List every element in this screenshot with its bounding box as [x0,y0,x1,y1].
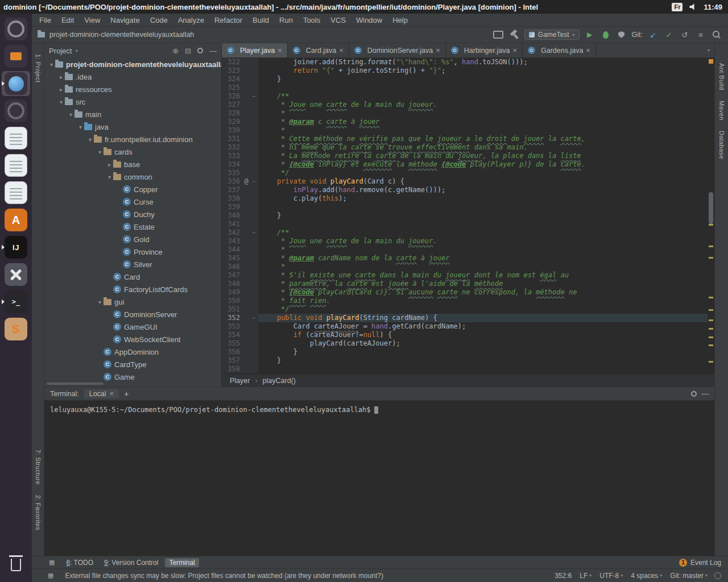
caret-position[interactable]: 352:6 [555,572,572,580]
code-line[interactable]: 327 * Joue une carte de la main du joueu… [222,101,708,109]
tree-item-gamegui[interactable]: CGameGUI [44,321,221,333]
status-message[interactable]: External file changes sync may be slow: … [65,572,383,580]
horizontal-scrollbar[interactable] [47,383,104,385]
tool-button-7-structure[interactable]: 7: Structure [35,444,42,490]
project-panel-title[interactable]: Project [49,47,72,55]
media-player-icon[interactable] [2,98,30,123]
code-line[interactable]: 354 if (carteAJouer!=null) { [222,331,708,339]
code-line[interactable]: 337 inPlay.add(hand.remove(c.getName()))… [222,186,708,194]
menu-item-vcs[interactable]: VCS [325,14,351,26]
code-line[interactable]: 328 * [222,109,708,118]
hector-icon[interactable] [714,572,721,579]
tree-item-base[interactable]: ▸base [44,158,221,171]
menu-item-navigate[interactable]: Navigate [105,14,144,26]
menu-item-help[interactable]: Help [387,14,413,26]
collapse-arrow-icon[interactable]: ▾ [106,174,113,180]
git-commit-icon[interactable]: ✓ [663,29,675,40]
tool-button-2-favorites[interactable]: 2: Favorites [35,490,42,535]
code-line[interactable]: 334 * {@code inPlay} et exécute la métho… [222,160,708,169]
fold-icon[interactable]: − [250,177,257,186]
tool-button-database[interactable]: Database [718,126,725,164]
menu-item-file[interactable]: File [34,14,56,26]
tab-list-icon[interactable]: ▾ [708,48,710,53]
status-widget-git-master[interactable]: Git: master▾ [670,572,708,580]
clock[interactable]: 11:49 [704,3,722,11]
tree-item-java[interactable]: ▾java [44,120,221,133]
tree-item-cards[interactable]: ▾cards [44,146,221,158]
menu-item-build[interactable]: Build [247,14,274,26]
tree-item-province[interactable]: CProvince [44,246,221,258]
tree-item-dominionserver[interactable]: CDominionServer [44,308,221,321]
search-icon[interactable] [711,29,722,40]
tab-card-java[interactable]: CCard.java× [288,43,349,57]
tab-harbinger-java[interactable]: CHarbinger.java× [446,43,523,57]
code-line[interactable]: 341 [222,220,708,228]
editor-scrollbar[interactable] [708,58,714,374]
menu-item-run[interactable]: Run [274,14,298,26]
new-terminal-icon[interactable]: + [124,389,129,398]
fold-icon[interactable]: − [250,228,257,237]
code-line[interactable]: 357 } [222,356,708,365]
build-icon[interactable] [508,29,520,40]
code-line[interactable]: 335 */ [222,169,708,177]
chevron-down-icon[interactable]: ▾ [75,48,77,53]
trash-icon[interactable] [2,552,30,577]
code-line[interactable]: 322 joiner.add(String.format("\"hand\": … [222,58,708,66]
menu-item-edit[interactable]: Edit [56,14,79,26]
code-line[interactable]: 333 * La méthode retire la carte de la m… [222,152,708,160]
tree-item-projet-dominion-clementetheveleluyauxtaallah[interactable]: ▾projet-dominion-clementetheveleluyauxta… [44,58,221,70]
code-line[interactable]: 340 } [222,211,708,220]
build-tools-icon[interactable] [2,262,30,287]
code-line[interactable]: 348 * paramètre, la carte est jouée à l'… [222,280,708,288]
code-line[interactable]: 356 } [222,348,708,356]
code-line[interactable]: 339 [222,203,708,211]
tree-item-common[interactable]: ▾common [44,171,221,183]
volume-icon[interactable] [689,3,697,10]
document-viewer-icon[interactable] [2,153,30,178]
menu-item-analyze[interactable]: Analyze [173,14,209,26]
tool-button-maven[interactable]: Maven [718,95,725,126]
close-icon[interactable]: × [278,47,282,54]
code-line[interactable]: 326− /** [222,92,708,101]
code-line[interactable]: 325 [222,84,708,92]
close-icon[interactable]: × [339,47,344,54]
tree-item-silver[interactable]: CSilver [44,258,221,271]
tree-item-gui[interactable]: ▾gui [44,296,221,308]
tree-item-duchy[interactable]: CDuchy [44,208,221,221]
toolwindow-button-version-control[interactable]: 9: Version Control [100,558,162,567]
code-line[interactable]: 343 * Joue une carte de la main du joueu… [222,237,708,246]
tree-item-curse[interactable]: CCurse [44,196,221,208]
toolwindow-switcher-icon[interactable]: ▦ [49,559,55,566]
git-rollback-icon[interactable]: ↺ [679,29,690,40]
expand-arrow-icon[interactable]: ▸ [106,161,113,168]
terminal-app-icon[interactable]: >_ [2,289,30,314]
preview-icon[interactable] [493,29,504,40]
code-line[interactable]: 347 * S'il existe une carte dans la main… [222,271,708,280]
code-line[interactable]: 352− public void playCard(String cardNam… [222,314,708,322]
close-icon[interactable]: × [436,47,440,54]
scrollbar-thumb[interactable] [709,192,713,224]
menu-item-refactor[interactable]: Refactor [209,14,247,26]
code-line[interactable]: 330 * [222,126,708,135]
code-line[interactable]: 345 * @param cardName nom de la carte à … [222,254,708,263]
tree-item-ressources[interactable]: ▸ressources [44,83,221,95]
tree-item-websocketclient[interactable]: CWebSocketClient [44,333,221,346]
event-log-button[interactable]: 1 Event Log [679,559,721,567]
close-icon[interactable]: × [586,47,590,54]
menu-item-code[interactable]: Code [145,14,173,26]
editor[interactable]: 322 joiner.add(String.format("\"hand\": … [222,58,714,374]
close-icon[interactable]: × [512,47,517,54]
text-editor-icon[interactable] [2,126,30,151]
collapse-arrow-icon[interactable]: ▾ [48,61,55,68]
collapse-arrow-icon[interactable]: ▾ [77,124,84,130]
tool-button-1-project[interactable]: 1: Project [35,49,42,88]
code-line[interactable]: 353 Card carteAJouer = hand.getCard(card… [222,322,708,331]
status-widget-lf[interactable]: LF▾ [580,572,592,580]
dash-home-icon[interactable] [2,16,30,41]
tree-item-game[interactable]: CGame [44,371,221,383]
toolwindow-button-terminal[interactable]: Terminal [165,558,198,567]
intellij-idea-icon[interactable]: IJ [2,235,30,260]
run-button[interactable]: ▶ [584,29,595,40]
code-line[interactable]: 338 c.play(this); [222,194,708,203]
tree-item-card[interactable]: CCard [44,271,221,283]
